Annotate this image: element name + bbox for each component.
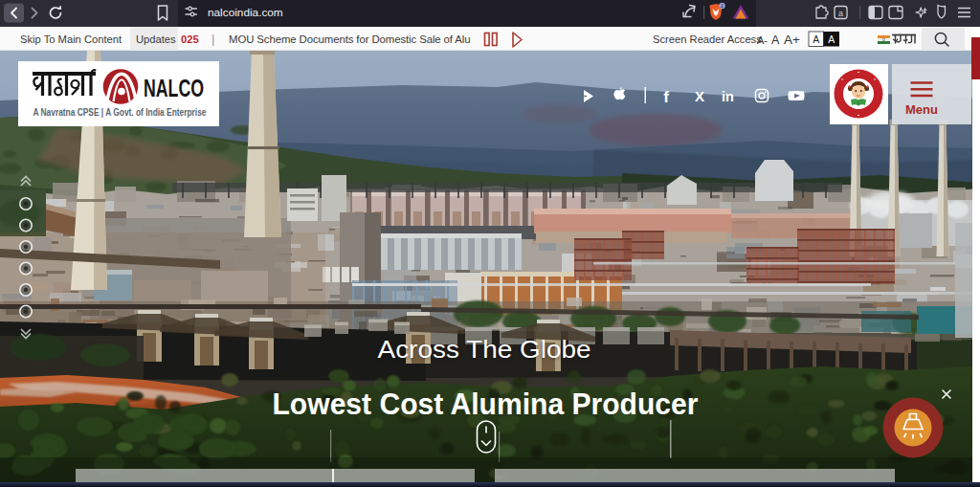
svg-text:Across The Globe: Across The Globe — [378, 335, 591, 364]
svg-text:X: X — [695, 88, 704, 104]
svg-text:A: A — [828, 33, 835, 45]
svg-text:2: 2 — [721, 3, 724, 9]
svg-text:in: in — [722, 89, 734, 104]
svg-text:nalcoindia.com: nalcoindia.com — [208, 6, 283, 19]
svg-text:f: f — [663, 88, 669, 106]
svg-text:Lowest Cost Alumina Producer: Lowest Cost Alumina Producer — [273, 387, 699, 421]
svg-text:Menu: Menu — [905, 102, 938, 117]
svg-text:NALCO: NALCO — [144, 74, 204, 102]
svg-text:A Navratna CPSE | A Govt. of I: A Navratna CPSE | A Govt. of India Enter… — [33, 106, 207, 118]
svg-text:A: A — [813, 33, 819, 45]
svg-text:a: a — [838, 9, 843, 18]
